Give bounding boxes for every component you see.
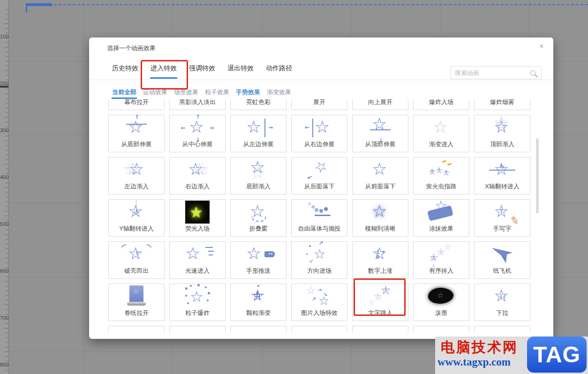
effect-tile-左边渐入[interactable]: ☆☆☆左边渐入: [108, 157, 165, 194]
effect-tile-X轴翻转进入[interactable]: ☆↻X轴翻转进入: [474, 157, 530, 194]
ruler-tick: [4, 187, 8, 188]
effect-icon-icon: [306, 329, 332, 333]
scroll-paper-icon: ☆: [123, 286, 150, 308]
ruler-tick: [6, 239, 8, 239]
effect-tile-向上展开[interactable]: 向上展开: [352, 99, 408, 110]
effect-tile-有序掉入[interactable]: ☆T☆T☆T↓有序掉入: [413, 241, 469, 279]
effect-tile-Y轴翻转进入[interactable]: ☆↺Y轴翻转进入: [108, 199, 165, 237]
ruler-tick: [6, 14, 8, 15]
effect-tile-顶部渐入[interactable]: ☆☆☆顶部渐入: [474, 115, 530, 152]
effect-tile-荧光入场[interactable]: ★荧光入场: [169, 199, 226, 237]
tab-进入特效[interactable]: 进入特效: [150, 64, 177, 79]
effect-tile-幕布拉开[interactable]: 幕布拉开: [108, 99, 165, 110]
tab-历史特效[interactable]: 历史特效: [112, 64, 139, 79]
effect-tile-从前面落下[interactable]: ☆从前面落下: [352, 157, 408, 194]
ruler-tick: [6, 216, 8, 216]
effect-tile-手写字[interactable]: ☆T✎手写字: [474, 199, 530, 237]
effect-tile-渐变进入[interactable]: ☆渐变进入: [413, 115, 469, 152]
effect-tile-下拉[interactable]: ☆↓↓下拉: [474, 284, 530, 321]
effect-label: 模糊到清晰: [353, 224, 408, 233]
star-stretch-left-icon: ☆→: [245, 118, 271, 139]
effect-label: 从底部伸展: [109, 140, 164, 149]
effect-tile-破壳而出[interactable]: ☆↑破壳而出: [108, 241, 165, 279]
effect-tile-模糊到清晰[interactable]: ☆模糊到清晰: [352, 199, 408, 237]
effect-tile-右边渐入[interactable]: ☆☆☆右边渐入: [169, 157, 226, 194]
subtab-手势效果[interactable]: 手势效果: [235, 88, 261, 99]
subtab-场景效果[interactable]: 场景效果: [173, 88, 199, 99]
effect-tile-萤火虫指路[interactable]: ☆T☆T☆T萤火虫指路: [413, 157, 469, 194]
effect-tile-泼墨[interactable]: ☆泼墨: [413, 284, 469, 321]
effect-tile-光速进入[interactable]: ☆光速进入: [169, 241, 226, 279]
subtab-运动效果[interactable]: 运动效果: [143, 88, 168, 99]
effect-tile-从后面落下[interactable]: ☆↙从后面落下: [291, 157, 347, 194]
effect-tile-图片入场特效[interactable]: ☆→↘☆↗图片入场特效: [291, 284, 347, 321]
close-icon[interactable]: ×: [539, 42, 544, 50]
effect-tile-卷纸拉开[interactable]: ☆卷纸拉开: [108, 284, 165, 321]
stars-ordered-drop-icon: ☆T☆T☆T↓: [428, 244, 454, 266]
effect-tile-霓虹色彩[interactable]: 霓虹色彩: [230, 99, 286, 110]
star-stretch-right-icon: ☆←: [306, 118, 332, 139]
tab-强调特效[interactable]: 强调特效: [188, 64, 216, 79]
effect-tile-黑影淡入淡出[interactable]: 黑影淡入淡出: [169, 99, 226, 110]
ruler-tick: [4, 281, 8, 282]
star-drop-back-icon: ☆↙: [306, 160, 332, 181]
effect-label: 涂抹效果: [414, 224, 469, 233]
ruler-label: 200: [0, 81, 8, 86]
ruler-tick: [6, 183, 8, 183]
scrollbar-thumb[interactable]: [536, 138, 539, 213]
effect-tile[interactable]: [291, 326, 347, 333]
effect-tile[interactable]: [230, 326, 286, 333]
animation-effect-dialog: 选择一个动画效果 × 历史特效进入特效强调特效退出特效动作路径 当前全部运动效果…: [89, 37, 553, 339]
effect-tile-从顶部伸展[interactable]: ☆↓从顶部伸展: [352, 115, 408, 152]
tab-动作路径[interactable]: 动作路径: [265, 64, 293, 79]
ruler-tick: [6, 356, 8, 357]
star-flip-y-icon: ☆↺: [123, 202, 150, 224]
effect-tile[interactable]: [413, 326, 469, 333]
ruler-tick: [6, 267, 8, 268]
ruler-tick: [4, 70, 8, 71]
effect-label: 爆炸入场: [414, 99, 469, 106]
tab-退出特效[interactable]: 退出特效: [227, 64, 254, 79]
star-stretch-top-icon: ☆↓: [367, 118, 393, 139]
effect-label: 向上展开: [353, 99, 408, 106]
ruler-tick: [6, 169, 8, 169]
ruler-tick: [6, 202, 8, 202]
effect-tile[interactable]: [108, 326, 165, 333]
effect-tile-爆炸入场[interactable]: 爆炸入场: [413, 99, 469, 110]
effect-tile-爆炸烟雾[interactable]: 爆炸烟雾: [474, 99, 530, 110]
effect-tile-方向进场[interactable]: ☆↗↙方向进场: [291, 241, 347, 279]
effect-tile[interactable]: [352, 326, 408, 333]
ruler-tick: [6, 309, 8, 310]
effect-icon-icon: [489, 329, 515, 333]
ruler-tick: [6, 300, 8, 300]
effect-tile[interactable]: [474, 326, 530, 333]
ruler-tick: [6, 28, 8, 29]
effect-tile-从右边伸展[interactable]: ☆←从右边伸展: [291, 115, 347, 152]
ruler-tick: [6, 103, 8, 104]
effect-tile-手形推送[interactable]: ☆手形推送: [230, 241, 286, 279]
ruler-tick: [6, 361, 8, 361]
effect-tile-从中心伸展[interactable]: ☆↑↓←→从中心伸展: [169, 115, 226, 152]
effect-tile-数字上涨[interactable]: ☆10↑数字上涨: [352, 241, 408, 279]
effect-tile-自由落体与抛投[interactable]: 自由落体与抛投: [291, 199, 347, 237]
effect-tile-粒子爆炸[interactable]: ☆粒子爆炸: [169, 284, 226, 321]
effect-tile-文字跳入[interactable]: ☆T☆T☆T文字跳入: [352, 284, 408, 321]
subtab-当前全部[interactable]: 当前全部: [112, 88, 137, 99]
effect-tile-从左边伸展[interactable]: ☆→从左边伸展: [230, 115, 286, 152]
ruler-label: 700: [0, 315, 8, 321]
effect-label: 黑影淡入淡出: [170, 99, 225, 106]
effect-tile[interactable]: [169, 326, 226, 333]
effect-tile-折叠窗[interactable]: ☆折叠窗: [230, 199, 286, 237]
subtab-粒子效果[interactable]: 粒子效果: [204, 88, 230, 99]
effect-tile-颗粒渐变[interactable]: ★颗粒渐变: [230, 284, 286, 321]
effect-tile-展开[interactable]: 展开: [291, 99, 347, 110]
effect-tile-纸飞机[interactable]: 纸飞机: [474, 241, 530, 279]
ruler-tick: [6, 42, 8, 43]
subtab-渐变效果[interactable]: 渐变效果: [266, 88, 292, 99]
effect-tile-从底部伸展[interactable]: ☆↑从底部伸展: [108, 115, 165, 152]
effect-tile-涂抹效果[interactable]: ☆涂抹效果: [413, 199, 469, 237]
star-fade-bottom-icon: ☆☆: [245, 160, 271, 181]
effect-tile-底部渐入[interactable]: ☆☆底部渐入: [230, 157, 286, 194]
search-input[interactable]: [451, 69, 530, 76]
effect-label: 自由落体与抛投: [292, 224, 347, 233]
